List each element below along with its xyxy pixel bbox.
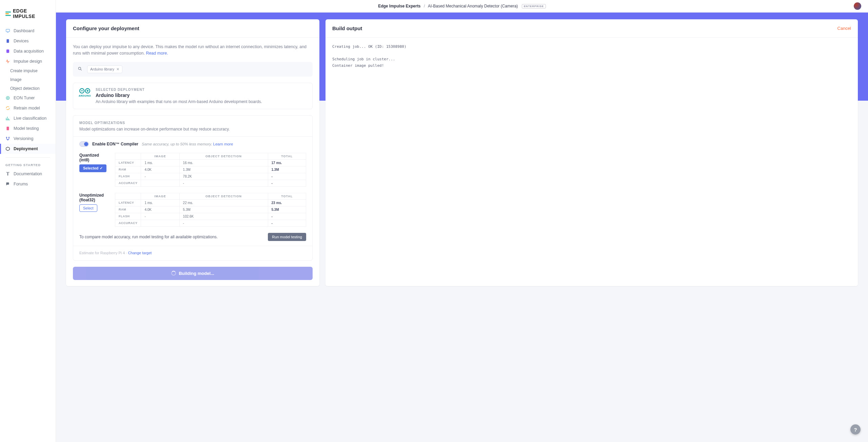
search-icon: [78, 66, 82, 72]
monitor-icon: [5, 28, 10, 33]
breadcrumb: Edge Impulse Experts / AI-Based Mechanic…: [378, 4, 546, 8]
selected-deployment: ARDUINO SELECTED DEPLOYMENT Arduino libr…: [73, 83, 313, 109]
build-log: Creating job... OK (ID: 15308980) Schedu…: [332, 44, 851, 69]
configure-intro: You can deploy your impulse to any devic…: [73, 44, 313, 57]
sidebar-item-deployment[interactable]: Deployment: [0, 144, 56, 154]
help-button[interactable]: ?: [850, 424, 861, 435]
clipboard-icon: [5, 126, 10, 131]
sidebar-item-label: Live classification: [14, 116, 46, 121]
svg-rect-5: [7, 127, 9, 130]
unoptimized-metrics-table: IMAGEOBJECT DETECTIONTOTALLATENCY1 ms.22…: [115, 193, 306, 227]
sidebar-nav: Dashboard Devices Data acquisition Impul…: [0, 26, 56, 189]
brand-logo[interactable]: EDGE IMPULSE: [0, 5, 56, 24]
svg-rect-1: [7, 39, 9, 43]
variant-quantized-title: Quantized (int8): [79, 153, 107, 162]
deployment-label: SELECTED DEPLOYMENT: [96, 88, 262, 92]
brand-text: EDGE IMPULSE: [13, 8, 50, 19]
sidebar-sub-image[interactable]: Image: [0, 75, 56, 84]
refresh-icon: [5, 106, 10, 110]
breadcrumb-org[interactable]: Edge Impulse Experts: [378, 4, 420, 8]
read-more-link[interactable]: Read more.: [146, 51, 168, 56]
sidebar-sub-object-detection[interactable]: Object detection: [0, 84, 56, 93]
compare-hint: To compare model accuracy, run model tes…: [79, 235, 218, 239]
opt-label: MODEL OPTIMIZATIONS: [79, 121, 306, 125]
estimate-target: Estimate for Raspberry Pi 4 · Change tar…: [73, 246, 312, 255]
svg-point-7: [8, 137, 9, 138]
sidebar-item-impulse-design[interactable]: Impulse design: [0, 56, 56, 66]
sidebar-item-live-classification[interactable]: Live classification: [0, 113, 56, 123]
chip-remove-icon[interactable]: ✕: [116, 67, 119, 72]
tier-badge: ENTERPRISE: [522, 4, 546, 8]
user-avatar[interactable]: [854, 2, 861, 10]
configure-panel: Configure your deployment You can deploy…: [66, 19, 319, 286]
branch-icon: [5, 136, 10, 141]
package-icon: [5, 146, 10, 151]
sidebar-item-label: Documentation: [14, 172, 42, 176]
spinner-icon: [171, 271, 176, 276]
variant-unoptimized-select-button[interactable]: Select: [79, 204, 97, 212]
sidebar-item-label: Versioning: [14, 136, 33, 141]
run-model-testing-button[interactable]: Run model testing: [268, 233, 306, 241]
sidebar-item-documentation[interactable]: Documentation: [0, 169, 56, 179]
sidebar-item-retrain[interactable]: Retrain model: [0, 103, 56, 113]
eon-toggle-label: Enable EON™ Compiler: [92, 142, 138, 146]
breadcrumb-project[interactable]: AI-Based Mechanical Anomaly Detector (Ca…: [428, 4, 518, 8]
deployment-desc: An Arduino library with examples that ru…: [96, 99, 262, 104]
sidebar-item-forums[interactable]: Forums: [0, 179, 56, 189]
database-icon: [5, 49, 10, 54]
sidebar: EDGE IMPULSE Dashboard Devices Data acqu…: [0, 0, 56, 442]
build-output-panel: Build output Cancel Creating job... OK (…: [326, 19, 858, 286]
book-icon: [5, 172, 10, 176]
sidebar-item-eon-tuner[interactable]: EON Tuner: [0, 93, 56, 103]
sidebar-item-dashboard[interactable]: Dashboard: [0, 26, 56, 36]
svg-point-4: [7, 97, 8, 99]
logo-icon: [5, 12, 11, 16]
arduino-logo-icon: ARDUINO: [79, 88, 91, 97]
pulse-icon: [5, 59, 10, 64]
sidebar-sub-create-impulse[interactable]: Create impulse: [0, 66, 56, 75]
build-button[interactable]: Building model...: [73, 267, 313, 280]
sidebar-item-label: EON Tuner: [14, 96, 35, 100]
sidebar-item-label: Dashboard: [14, 28, 34, 33]
topbar: Edge Impulse Experts / AI-Based Mechanic…: [56, 0, 868, 13]
sidebar-item-model-testing[interactable]: Model testing: [0, 123, 56, 134]
eon-toggle-hint: Same accuracy, up to 50% less memory. Le…: [142, 142, 233, 146]
sidebar-item-versioning[interactable]: Versioning: [0, 134, 56, 144]
model-optimizations: MODEL OPTIMIZATIONS Model optimizations …: [73, 115, 313, 261]
build-output-title: Build output: [332, 25, 362, 31]
variant-unoptimized-title: Unoptimized (float32): [79, 193, 107, 202]
variant-quantized-select-button[interactable]: Selected ✓: [79, 164, 106, 172]
sidebar-item-label: Retrain model: [14, 106, 40, 110]
quantized-metrics-table: IMAGEOBJECT DETECTIONTOTALLATENCY1 ms.16…: [115, 153, 306, 187]
sidebar-item-label: Devices: [14, 39, 28, 43]
chart-icon: [5, 116, 10, 121]
sidebar-item-label: Deployment: [14, 146, 38, 151]
sidebar-section-header: GETTING STARTED: [0, 161, 56, 169]
sidebar-sub-label: Image: [10, 77, 21, 82]
learn-more-link[interactable]: Learn more: [213, 142, 233, 146]
search-chip: Arduino library ✕: [87, 65, 122, 73]
opt-desc: Model optimizations can increase on-devi…: [79, 127, 306, 132]
configure-title: Configure your deployment: [73, 25, 139, 31]
chat-icon: [5, 182, 10, 186]
cancel-build-button[interactable]: Cancel: [837, 26, 851, 31]
target-icon: [5, 96, 10, 100]
sidebar-item-devices[interactable]: Devices: [0, 36, 56, 46]
change-target-link[interactable]: Change target: [128, 251, 152, 255]
device-icon: [5, 39, 10, 43]
svg-rect-0: [6, 29, 10, 32]
sidebar-item-label: Impulse design: [14, 59, 42, 64]
sidebar-item-data-acquisition[interactable]: Data acquisition: [0, 46, 56, 56]
sidebar-item-label: Model testing: [14, 126, 39, 131]
deployment-name: Arduino library: [96, 93, 262, 98]
sidebar-sub-label: Create impulse: [10, 68, 38, 73]
eon-compiler-toggle[interactable]: [79, 141, 89, 147]
svg-point-6: [6, 137, 7, 138]
sidebar-sub-label: Object detection: [10, 86, 40, 91]
check-icon: ✓: [100, 166, 103, 170]
svg-point-3: [6, 96, 9, 99]
deployment-search[interactable]: Arduino library ✕: [73, 62, 313, 77]
sidebar-item-label: Data acquisition: [14, 49, 44, 54]
sidebar-item-label: Forums: [14, 182, 28, 186]
svg-point-9: [78, 67, 81, 69]
